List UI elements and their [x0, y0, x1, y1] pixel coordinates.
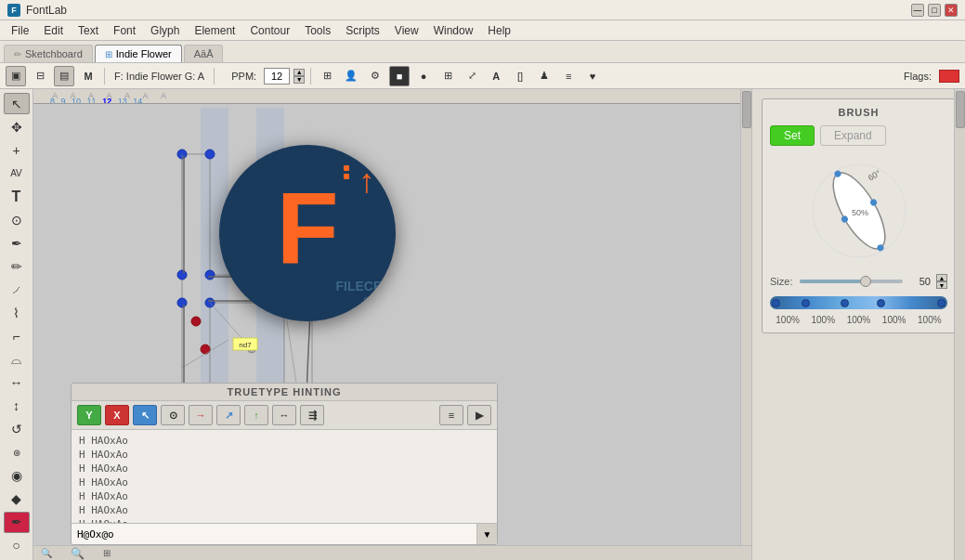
menu-help[interactable]: Help	[480, 22, 518, 39]
brush-handle-bar[interactable]	[770, 296, 947, 309]
menu-window[interactable]: Window	[426, 22, 481, 39]
toolbar-btn-resize[interactable]: ⤢	[462, 66, 482, 86]
tool-fill[interactable]: ◆	[4, 488, 30, 510]
ppm-stepper[interactable]: ▲ ▼	[293, 69, 305, 84]
minimize-button[interactable]: —	[911, 4, 924, 17]
tth-list[interactable]: H HAOxAo H HAOxAo H HAOxAo H HAOxAo H HA…	[72, 430, 497, 523]
toolbar-btn-bracket[interactable]: []	[510, 66, 530, 86]
menu-scripts[interactable]: Scripts	[338, 22, 387, 39]
tth-btn-x[interactable]: X	[105, 405, 129, 425]
toolbar-row-mode[interactable]: ▤	[54, 66, 74, 86]
menu-glyph[interactable]: Glyph	[143, 22, 187, 39]
tool-text[interactable]: T	[4, 186, 30, 207]
ppm-input[interactable]	[264, 68, 290, 85]
right-scroll-thumb[interactable]	[956, 91, 965, 128]
tool-scale[interactable]: ↔	[4, 372, 30, 394]
canvas-scroll-thumb[interactable]	[742, 91, 751, 128]
tab-glyph-preview[interactable]: AāĀ	[184, 45, 224, 62]
menu-contour[interactable]: Contour	[242, 22, 297, 39]
tth-btn-multi[interactable]: ⇶	[300, 405, 324, 425]
status-zoom-in[interactable]: 🔍	[71, 547, 85, 560]
canvas-area[interactable]: A A A A A A A 8 9 10 11 12 13 14	[33, 89, 751, 560]
svg-point-6	[205, 150, 215, 159]
tth-btn-list[interactable]: ≡	[439, 405, 463, 425]
right-scrollbar[interactable]	[954, 89, 965, 560]
tool-active-pen[interactable]: ✒	[4, 512, 30, 533]
tth-btn-circle[interactable]: ⊙	[161, 405, 185, 425]
close-button[interactable]: ✕	[945, 4, 958, 17]
canvas-scrollbar[interactable]	[740, 89, 751, 560]
tab-indie-flower-label: Indie Flower	[116, 48, 172, 59]
tool-corner[interactable]: ⌐	[4, 325, 30, 346]
tth-btn-arrow-blue[interactable]: ↗	[216, 405, 241, 425]
size-up[interactable]: ▲	[936, 274, 947, 281]
tool-eyedrop[interactable]: ⊛	[4, 442, 30, 463]
size-slider-thumb[interactable]	[860, 276, 871, 287]
toolbar-btn-text-a[interactable]: A	[486, 66, 506, 86]
toolbar-rect-mode[interactable]: ▣	[6, 66, 26, 86]
menu-view[interactable]: View	[387, 22, 426, 39]
toolbar-btn-gear[interactable]: ⚙	[365, 66, 385, 86]
tth-btn-y[interactable]: Y	[77, 405, 101, 425]
toolbar-btn-hinting[interactable]: ⊞	[317, 66, 337, 86]
tool-move[interactable]: ✥	[4, 116, 30, 137]
status-zoom-out[interactable]: 🔍	[41, 548, 52, 558]
tth-dropdown[interactable]: ▼	[476, 524, 497, 544]
ppm-up[interactable]: ▲	[293, 69, 305, 76]
size-slider-track[interactable]	[800, 280, 903, 283]
tool-pen[interactable]: ✒	[4, 232, 30, 254]
tool-path[interactable]: ⌇	[4, 302, 30, 323]
tool-brush[interactable]: ⊙	[4, 209, 30, 230]
menu-element[interactable]: Element	[187, 22, 242, 39]
tool-line[interactable]: ⟋	[4, 279, 30, 300]
tab-sketchboard[interactable]: ✏ Sketchboard	[4, 45, 93, 62]
toolbar-btn-grid2[interactable]: ⊞	[437, 66, 458, 86]
status-fit[interactable]: ⊞	[103, 548, 111, 558]
zoom-in-icon[interactable]: 🔍	[71, 547, 85, 560]
tool-circle[interactable]: ○	[4, 535, 30, 556]
zoom-out-icon[interactable]: 🔍	[41, 548, 52, 558]
menu-file[interactable]: File	[4, 22, 36, 39]
tool-av[interactable]: AV	[4, 163, 30, 184]
tth-btn-cursor[interactable]: ↖	[133, 405, 157, 425]
tab-indie-flower[interactable]: ⊞ Indie Flower	[95, 45, 182, 62]
tth-item-4: H HAOxAo	[79, 489, 489, 503]
flags-color[interactable]	[939, 70, 959, 83]
tth-btn-arrow-red[interactable]: →	[189, 405, 213, 425]
toolbar-btn-heart[interactable]: ♥	[582, 66, 603, 86]
tool-transform[interactable]: ↕	[4, 396, 30, 417]
maximize-button[interactable]: □	[928, 4, 941, 17]
tool-rotate[interactable]: ↺	[4, 419, 30, 440]
toolbar-btn-black[interactable]: ■	[389, 66, 410, 86]
tool-crosshair[interactable]: +	[4, 139, 30, 161]
flags-label: Flags:	[904, 71, 932, 82]
menu-tools[interactable]: Tools	[297, 22, 338, 39]
tth-btn-play[interactable]: ▶	[467, 405, 491, 425]
tool-eye[interactable]: ◉	[4, 465, 30, 487]
fit-icon[interactable]: ⊞	[103, 548, 111, 558]
brush-expand-button[interactable]: Expand	[820, 125, 886, 146]
ppm-down[interactable]: ▼	[293, 76, 305, 84]
toolbar-col-mode[interactable]: ⊟	[30, 66, 50, 86]
menu-edit[interactable]: Edit	[36, 22, 71, 39]
tool-pencil[interactable]: ✏	[4, 255, 30, 277]
pencil-icon: ✏	[14, 49, 21, 59]
menu-text[interactable]: Text	[71, 22, 106, 39]
tth-input[interactable]	[72, 524, 476, 544]
tool-knife[interactable]: ⌓	[4, 349, 30, 371]
toolbar-m-mode[interactable]: M	[78, 66, 98, 86]
brush-set-button[interactable]: Set	[770, 125, 815, 146]
tool-arrow[interactable]: ↖	[4, 93, 30, 114]
handle-dot-4	[877, 299, 885, 307]
tth-btn-arrow-green[interactable]: ↑	[244, 405, 268, 425]
toolbar-btn-dot[interactable]: ●	[413, 66, 434, 86]
toolbar-btn-person2[interactable]: ♟	[534, 66, 554, 86]
tth-item-3: H HAOxAo	[79, 475, 489, 489]
menu-font[interactable]: Font	[106, 22, 143, 39]
toolbar-btn-person[interactable]: 👤	[341, 66, 361, 86]
size-stepper[interactable]: ▲ ▼	[936, 274, 947, 289]
size-down[interactable]: ▼	[936, 281, 947, 289]
toolbar-btn-settings2[interactable]: ≡	[558, 66, 579, 86]
brush-ellipse-svg: 60° 50%	[803, 155, 915, 267]
tth-btn-arrows-h[interactable]: ↔	[272, 405, 296, 425]
